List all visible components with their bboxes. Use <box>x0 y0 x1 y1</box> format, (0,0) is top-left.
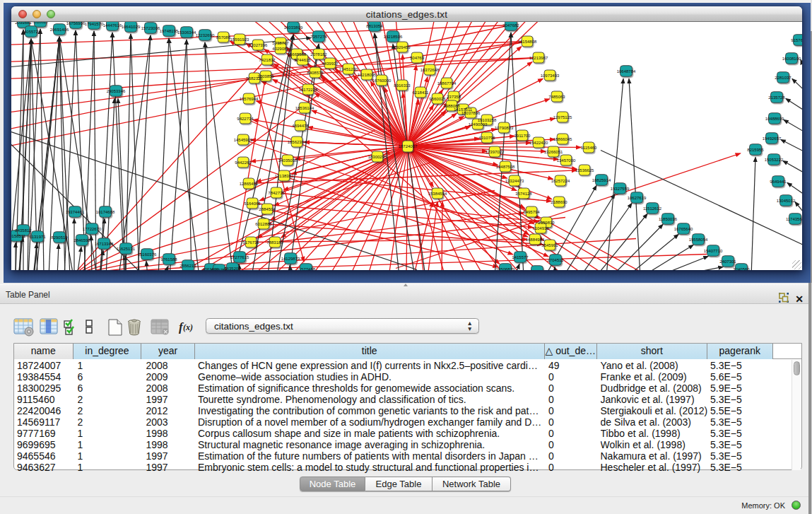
svg-text:4310796: 4310796 <box>479 136 496 140</box>
svg-text:15053222: 15053222 <box>765 158 784 162</box>
svg-text:16765640: 16765640 <box>674 227 693 231</box>
svg-text:7421837: 7421837 <box>259 58 276 62</box>
svg-text:16506879: 16506879 <box>496 267 515 271</box>
svg-text:1911700: 1911700 <box>514 134 531 138</box>
svg-text:2556213: 2556213 <box>180 264 197 268</box>
svg-text:13576944: 13576944 <box>240 97 259 101</box>
svg-text:7010827: 7010827 <box>33 22 49 24</box>
svg-text:405572: 405572 <box>24 30 39 34</box>
svg-text:8435812: 8435812 <box>16 228 33 233</box>
svg-text:17941570: 17941570 <box>85 22 104 26</box>
svg-text:10648784: 10648784 <box>617 69 636 74</box>
svg-text:15306344: 15306344 <box>177 30 196 35</box>
svg-text:12490093: 12490093 <box>469 122 488 127</box>
svg-text:12232690: 12232690 <box>196 33 215 37</box>
svg-text:17397022: 17397022 <box>486 150 505 154</box>
svg-text:12213967: 12213967 <box>529 56 548 60</box>
svg-text:2846598: 2846598 <box>74 238 91 243</box>
svg-text:11743564: 11743564 <box>786 217 802 221</box>
svg-text:8408575: 8408575 <box>307 71 324 75</box>
svg-text:2135728: 2135728 <box>769 95 786 100</box>
svg-text:9115460: 9115460 <box>581 146 598 150</box>
svg-text:16257224: 16257224 <box>551 179 570 183</box>
svg-text:10627619: 10627619 <box>628 196 647 200</box>
svg-text:12975125: 12975125 <box>553 115 572 119</box>
svg-text:18724007: 18724007 <box>399 144 418 148</box>
svg-text:15172228: 15172228 <box>299 88 318 92</box>
svg-text:9422734: 9422734 <box>237 117 254 121</box>
svg-text:4439937: 4439937 <box>322 62 339 66</box>
svg-text:5164065: 5164065 <box>245 201 261 206</box>
svg-text:19374461: 19374461 <box>66 210 85 214</box>
svg-text:11512612: 11512612 <box>643 206 662 211</box>
svg-text:8290519: 8290519 <box>52 235 69 240</box>
svg-text:16008100: 16008100 <box>782 57 801 61</box>
svg-text:14129873: 14129873 <box>281 257 300 261</box>
svg-text:7104930: 7104930 <box>533 226 550 230</box>
svg-text:2099883: 2099883 <box>16 22 33 25</box>
svg-text:18825914: 18825914 <box>592 178 611 182</box>
svg-text:13218095: 13218095 <box>358 73 377 77</box>
svg-text:17722670: 17722670 <box>83 227 102 231</box>
svg-text:2047682: 2047682 <box>503 23 520 28</box>
svg-text:7357274: 7357274 <box>311 35 328 39</box>
svg-text:16760000: 16760000 <box>372 78 392 83</box>
svg-text:18300295: 18300295 <box>368 155 387 159</box>
svg-text:15591923: 15591923 <box>230 37 249 42</box>
svg-text:13457000: 13457000 <box>557 158 576 163</box>
svg-text:5682326: 5682326 <box>247 76 264 81</box>
svg-text:10641029: 10641029 <box>122 25 141 29</box>
svg-text:10790833: 10790833 <box>495 126 514 130</box>
svg-text:13451230: 13451230 <box>339 67 358 71</box>
svg-text:6218411: 6218411 <box>413 90 430 95</box>
svg-text:16154808: 16154808 <box>518 40 537 44</box>
svg-text:11850036: 11850036 <box>659 217 678 221</box>
svg-text:13045012: 13045012 <box>777 199 796 203</box>
svg-text:15407710: 15407710 <box>704 249 723 253</box>
svg-text:10174688: 10174688 <box>96 210 115 214</box>
svg-text:3574128: 3574128 <box>516 192 533 196</box>
svg-text:14884984: 14884984 <box>526 238 545 242</box>
svg-text:13266051: 13266051 <box>544 150 563 154</box>
svg-text:9744615: 9744615 <box>295 58 312 62</box>
svg-text:4694478: 4694478 <box>293 124 310 128</box>
svg-text:15384554: 15384554 <box>428 192 447 196</box>
svg-text:3240560: 3240560 <box>734 267 751 271</box>
svg-text:16713348: 16713348 <box>95 242 114 246</box>
svg-text:16372648: 16372648 <box>420 68 440 72</box>
svg-text:8916313: 8916313 <box>394 83 411 88</box>
svg-text:5738767: 5738767 <box>273 41 290 45</box>
svg-text:19218506: 19218506 <box>384 35 403 39</box>
svg-text:10488699: 10488699 <box>765 117 784 121</box>
svg-text:15422420: 15422420 <box>529 141 548 145</box>
svg-text:15160376: 15160376 <box>138 252 157 257</box>
svg-text:13324473: 13324473 <box>505 179 524 183</box>
svg-text:13536625: 13536625 <box>575 168 594 173</box>
svg-text:12138362: 12138362 <box>275 174 294 178</box>
svg-text:7883180: 7883180 <box>267 240 284 245</box>
svg-text:16756906: 16756906 <box>66 22 86 25</box>
svg-text:7929459: 7929459 <box>394 45 411 49</box>
svg-text:14249848: 14249848 <box>528 269 547 271</box>
svg-text:6495794: 6495794 <box>524 210 541 214</box>
svg-text:19103258: 19103258 <box>478 118 497 122</box>
svg-text:14035038: 14035038 <box>278 158 298 163</box>
svg-text:2884504: 2884504 <box>259 207 276 211</box>
svg-text:9560025: 9560025 <box>430 97 447 101</box>
svg-text:19327559: 19327559 <box>611 187 630 191</box>
svg-text:9649441: 9649441 <box>770 180 787 184</box>
svg-text:7842735: 7842735 <box>269 191 286 195</box>
svg-text:7485063: 7485063 <box>549 95 566 99</box>
svg-text:9442260: 9442260 <box>235 160 252 165</box>
svg-text:2188690: 2188690 <box>551 200 568 204</box>
svg-text:504769: 504769 <box>410 56 425 60</box>
svg-text:19558054: 19558054 <box>689 238 708 242</box>
svg-text:17277615: 17277615 <box>230 255 249 259</box>
svg-text:18562304: 18562304 <box>288 140 307 144</box>
svg-text:29053346: 29053346 <box>107 89 126 93</box>
svg-text:4029082: 4029082 <box>273 47 290 51</box>
svg-text:19492657: 19492657 <box>763 136 782 141</box>
svg-text:8813054: 8813054 <box>367 24 384 28</box>
svg-text:12027396: 12027396 <box>249 43 268 47</box>
svg-text:20691406: 20691406 <box>50 28 69 32</box>
